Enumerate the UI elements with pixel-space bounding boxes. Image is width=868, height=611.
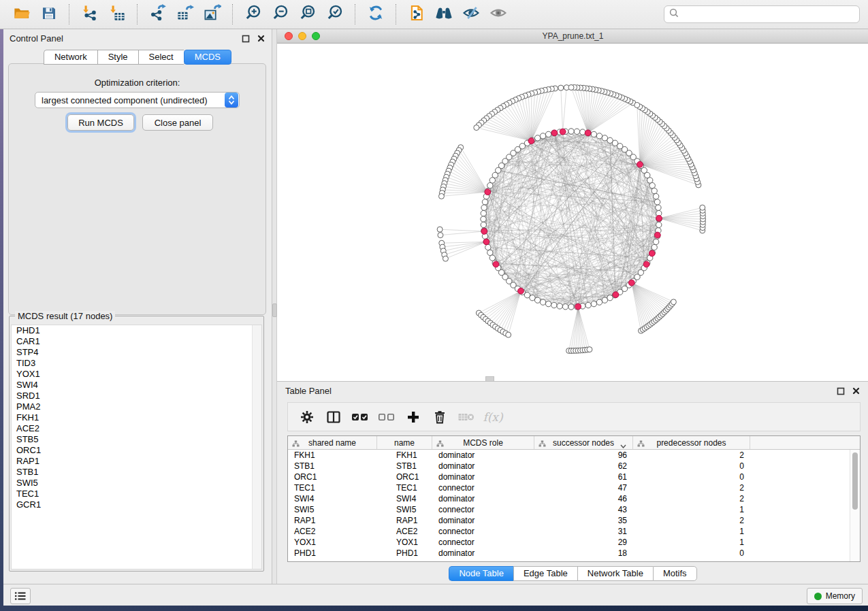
graph-node[interactable]: [540, 299, 545, 305]
graph-leaf-node[interactable]: [438, 233, 443, 238]
table-row[interactable]: RAP1RAP1dominator352: [288, 515, 850, 526]
column-header-shared-name[interactable]: shared name: [288, 436, 377, 449]
table-row[interactable]: PHD1PHD1dominator180: [288, 548, 850, 559]
column-header-successor-nodes[interactable]: successor nodes: [534, 436, 633, 449]
graph-node[interactable]: [545, 131, 551, 137]
import-network-button[interactable]: [76, 3, 103, 26]
horizontal-splitter-grip[interactable]: [485, 376, 494, 381]
graph-node[interactable]: [482, 199, 487, 205]
table-panel-float-icon[interactable]: [836, 386, 845, 395]
share-document-button[interactable]: [403, 3, 430, 26]
graph-node[interactable]: [481, 205, 487, 210]
graph-leaf-node[interactable]: [587, 347, 592, 352]
graph-node[interactable]: [540, 133, 545, 139]
zoom-selected-button[interactable]: [321, 3, 349, 26]
graph-leaf-node[interactable]: [506, 332, 511, 337]
graph-hub-node[interactable]: [518, 288, 524, 294]
graph-node[interactable]: [534, 135, 540, 141]
graph-node[interactable]: [654, 199, 660, 205]
zoom-traffic-light[interactable]: [312, 32, 320, 40]
preview-eye-button[interactable]: [485, 3, 512, 26]
graph-node[interactable]: [580, 129, 585, 135]
table-row[interactable]: TEC1TEC1connector472: [288, 482, 850, 493]
graph-node[interactable]: [530, 295, 535, 300]
network-window-titlebar[interactable]: YPA_prune.txt_1: [277, 29, 868, 44]
graph-leaf-node[interactable]: [438, 193, 444, 199]
table-row[interactable]: ORC1ORC1dominator610: [288, 472, 850, 482]
graph-hub-node[interactable]: [481, 229, 487, 235]
graph-node[interactable]: [596, 299, 602, 305]
graph-leaf-node[interactable]: [568, 85, 574, 90]
graph-node[interactable]: [485, 244, 491, 250]
graph-hub-node[interactable]: [643, 261, 649, 267]
graph-node[interactable]: [545, 301, 551, 306]
unselect-all-button[interactable]: [374, 406, 399, 428]
column-visibility-button[interactable]: [321, 406, 346, 428]
graph-node[interactable]: [596, 133, 602, 139]
graph-hub-node[interactable]: [485, 189, 491, 195]
graph-node[interactable]: [557, 303, 562, 309]
result-node-item[interactable]: ACE2: [12, 423, 261, 434]
refresh-layout-button[interactable]: [362, 3, 389, 26]
table-row[interactable]: ACE2ACE2connector311: [288, 526, 850, 537]
tab-style[interactable]: Style: [97, 50, 138, 65]
open-file-button[interactable]: [8, 3, 35, 26]
network-canvas[interactable]: [277, 44, 868, 381]
table-row[interactable]: STB1STB1dominator620: [288, 461, 850, 472]
tab-node-table[interactable]: Node Table: [449, 566, 513, 581]
mcds-result-list[interactable]: PHD1CAR1STP4TID3YOX1SWI4SRD1PMA2FKH1ACE2…: [11, 325, 262, 569]
graph-node[interactable]: [489, 178, 495, 183]
toggle-visibility-button[interactable]: [457, 3, 485, 26]
result-node-item[interactable]: SWI5: [12, 478, 261, 489]
graph-node[interactable]: [656, 222, 662, 227]
graph-node[interactable]: [481, 222, 486, 227]
table-row[interactable]: FKH1FKH1dominator962: [288, 450, 850, 461]
task-history-button[interactable]: [10, 588, 31, 604]
table-row[interactable]: YOX1YOX1connector291: [288, 537, 850, 548]
close-traffic-light[interactable]: [285, 32, 293, 40]
run-mcds-button[interactable]: Run MCDS: [67, 114, 134, 131]
import-table-button[interactable]: [103, 3, 131, 26]
tab-motifs[interactable]: Motifs: [653, 566, 697, 581]
zoom-fit-button[interactable]: [294, 3, 321, 26]
tab-mcds[interactable]: MCDS: [184, 50, 231, 65]
graph-hub-node[interactable]: [656, 215, 662, 221]
graph-node[interactable]: [652, 188, 657, 193]
table-scrollbar-thumb[interactable]: [852, 452, 858, 510]
graph-hub-node[interactable]: [575, 303, 581, 310]
splitter-grip[interactable]: [272, 303, 277, 317]
graph-leaf-node[interactable]: [671, 299, 676, 305]
table-row[interactable]: SWI4SWI4dominator462: [288, 493, 850, 504]
graph-hub-node[interactable]: [654, 232, 660, 238]
result-list-scrollbar[interactable]: [252, 325, 261, 569]
graph-node[interactable]: [607, 137, 613, 143]
graph-node[interactable]: [585, 302, 591, 308]
add-column-button[interactable]: [401, 406, 425, 428]
result-node-item[interactable]: STB1: [12, 467, 261, 478]
graph-hub-node[interactable]: [551, 130, 558, 136]
graph-node[interactable]: [591, 301, 596, 306]
table-panel-close-icon[interactable]: [852, 386, 861, 395]
result-node-item[interactable]: CAR1: [12, 336, 261, 347]
result-node-item[interactable]: PMA2: [12, 401, 261, 412]
graph-node[interactable]: [574, 129, 579, 134]
column-header-name[interactable]: name: [377, 436, 432, 449]
result-node-item[interactable]: PHD1: [12, 325, 261, 336]
export-image-button[interactable]: [199, 3, 226, 26]
delete-column-button[interactable]: [428, 406, 452, 428]
graph-node[interactable]: [652, 244, 657, 250]
export-network-button[interactable]: [144, 3, 172, 26]
graph-node[interactable]: [568, 129, 574, 134]
result-node-item[interactable]: TEC1: [12, 489, 261, 499]
graph-hub-node[interactable]: [613, 292, 619, 298]
graph-leaf-node[interactable]: [437, 227, 443, 232]
tab-edge-table[interactable]: Edge Table: [513, 566, 577, 581]
result-node-item[interactable]: RAP1: [12, 456, 261, 467]
column-header-predecessor-nodes[interactable]: predecessor nodes: [633, 436, 750, 449]
graph-node[interactable]: [481, 210, 486, 216]
column-header-MCDS-role[interactable]: MCDS role: [432, 436, 534, 449]
table-row[interactable]: SWI5SWI5connector431: [288, 504, 850, 515]
result-node-item[interactable]: TID3: [12, 358, 261, 369]
graph-node[interactable]: [602, 297, 607, 303]
graph-leaf-node[interactable]: [474, 125, 479, 131]
